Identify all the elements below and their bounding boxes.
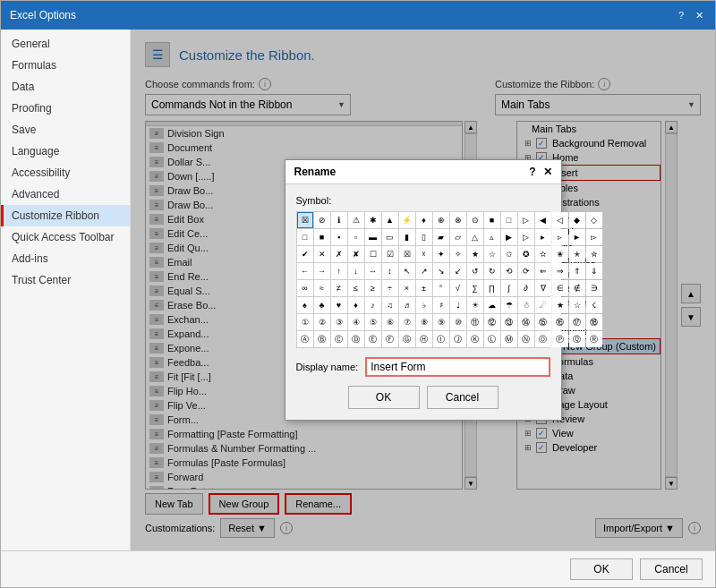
symbol-cell[interactable]: ⑨ [433,314,449,330]
symbol-cell[interactable]: ✔ [297,246,313,262]
symbol-cell[interactable]: ▶ [501,229,517,245]
symbol-cell[interactable]: ⑩ [450,314,466,330]
symbol-cell[interactable]: ▪ [331,229,347,245]
symbol-cell[interactable]: ▸ [535,229,551,245]
sidebar-item-general[interactable]: General [1,33,130,55]
symbol-cell[interactable]: ① [297,314,313,330]
symbol-cell[interactable]: ✫ [535,246,551,262]
symbol-cell[interactable]: ☃ [518,297,534,313]
symbol-cell[interactable]: ⑪ [467,314,483,330]
symbol-cell[interactable]: △ [467,229,483,245]
symbol-cell[interactable]: ✗ [331,246,347,262]
symbol-cell[interactable]: √ [450,280,466,296]
symbol-cell[interactable]: ⊙ [467,212,483,228]
symbol-cell[interactable]: ⟲ [501,263,517,279]
symbol-cell[interactable]: □ [297,229,313,245]
symbol-cell[interactable]: ✩ [501,246,517,262]
symbol-cell[interactable]: ↖ [399,263,415,279]
symbol-cell[interactable]: ∇ [535,280,551,296]
sidebar-item-add-ins[interactable]: Add-ins [1,248,130,269]
symbol-cell[interactable]: ♩ [450,297,466,313]
symbol-cell[interactable]: × [399,280,415,296]
symbol-cell[interactable]: ↕ [382,263,398,279]
symbol-cell[interactable]: ✱ [365,212,381,228]
symbol-cell[interactable]: ⑤ [365,314,381,330]
symbol-cell[interactable]: ▲ [382,212,398,228]
symbol-cell[interactable]: ▫ [348,229,364,245]
symbol-cell[interactable]: ⇑ [569,263,585,279]
symbol-cell[interactable]: ∏ [484,280,500,296]
symbol-cell[interactable]: ♯ [433,297,449,313]
symbol-cell[interactable]: Ⓔ [365,331,381,347]
symbol-cell[interactable]: ✬ [552,246,568,262]
symbol-cell[interactable]: ∉ [569,280,585,296]
symbol-cell[interactable]: ▱ [450,229,466,245]
symbol-cell[interactable]: ◇ [586,212,602,228]
symbol-cell[interactable]: ⚠ [348,212,364,228]
sidebar-item-language[interactable]: Language [1,141,130,162]
symbol-cell[interactable]: ☐ [365,246,381,262]
symbol-cell[interactable]: ⑥ [382,314,398,330]
rename-close-icon[interactable]: ✕ [543,166,552,178]
symbol-cell[interactable]: Ⓕ [382,331,398,347]
symbol-cell[interactable]: ▹ [552,229,568,245]
symbol-cell[interactable]: ▻ [586,229,602,245]
symbol-cell[interactable]: □ [501,212,517,228]
symbol-cell[interactable]: ⊘ [314,212,330,228]
symbol-cell[interactable]: ⑫ [484,314,500,330]
symbol-cell[interactable]: ∫ [501,280,517,296]
symbol-cell[interactable]: Ⓜ [501,331,517,347]
ok-button[interactable]: OK [570,558,633,580]
symbol-cell[interactable]: ◁ [552,212,568,228]
symbol-cell[interactable]: ★ [467,246,483,262]
symbol-cell[interactable]: ≤ [348,280,364,296]
symbol-cell[interactable]: ↓ [348,263,364,279]
symbol-cell[interactable]: ∑ [467,280,483,296]
symbol-cell[interactable]: ✕ [314,246,330,262]
symbol-cell[interactable]: ③ [331,314,347,330]
symbol-cell[interactable]: ♣ [314,297,330,313]
sidebar-item-trust-center[interactable]: Trust Center [1,269,130,291]
symbol-cell[interactable]: ∋ [586,280,602,296]
symbol-cell[interactable]: Ⓑ [314,331,330,347]
symbol-cell[interactable]: ∈ [552,280,568,296]
symbol-cell[interactable]: ≥ [365,280,381,296]
sidebar-item-accessibility[interactable]: Accessibility [1,162,130,183]
rename-ok-button[interactable]: OK [348,386,420,409]
symbol-cell[interactable]: ☁ [484,297,500,313]
symbol-cell[interactable]: ♬ [399,297,415,313]
sidebar-item-save[interactable]: Save [1,119,130,141]
symbol-cell[interactable]: ⑭ [518,314,534,330]
symbol-cell[interactable]: ⑰ [569,314,585,330]
symbol-cell[interactable]: ▷ [518,212,534,228]
symbol-cell[interactable]: ✘ [348,246,364,262]
symbol-cell[interactable]: ☄ [535,297,551,313]
symbol-cell[interactable]: ∞ [297,280,313,296]
symbol-cell[interactable]: ▯ [416,229,432,245]
symbol-cell[interactable]: ▵ [484,229,500,245]
symbol-cell[interactable]: ⑬ [501,314,517,330]
symbol-cell[interactable]: ♪ [365,297,381,313]
symbol-cell[interactable]: ✪ [518,246,534,262]
symbol-cell[interactable]: ▷ [518,229,534,245]
symbol-cell[interactable]: ✦ [433,246,449,262]
symbol-cell[interactable]: ✭ [569,246,585,262]
symbol-cell[interactable]: ☆ [484,246,500,262]
close-button[interactable]: ✕ [692,8,706,22]
symbol-cell[interactable]: Ⓝ [518,331,534,347]
sidebar-item-advanced[interactable]: Advanced [1,183,130,205]
symbol-cell[interactable]: ± [416,280,432,296]
symbol-cell[interactable]: → [314,263,330,279]
sidebar-item-quick-access-toolbar[interactable]: Quick Access Toolbar [1,226,130,248]
sidebar-item-customize-ribbon[interactable]: Customize Ribbon [1,205,130,226]
symbol-cell[interactable]: ÷ [382,280,398,296]
help-button[interactable]: ? [674,8,688,22]
symbol-cell[interactable]: ℹ [331,212,347,228]
sidebar-item-data[interactable]: Data [1,76,130,98]
symbol-cell[interactable]: ☇ [586,297,602,313]
symbol-cell[interactable]: ▮ [399,229,415,245]
symbol-cell[interactable]: ⑧ [416,314,432,330]
symbol-cell[interactable]: ⑱ [586,314,602,330]
symbol-cell[interactable]: ← [297,263,313,279]
symbol-cell[interactable]: Ⓖ [399,331,415,347]
